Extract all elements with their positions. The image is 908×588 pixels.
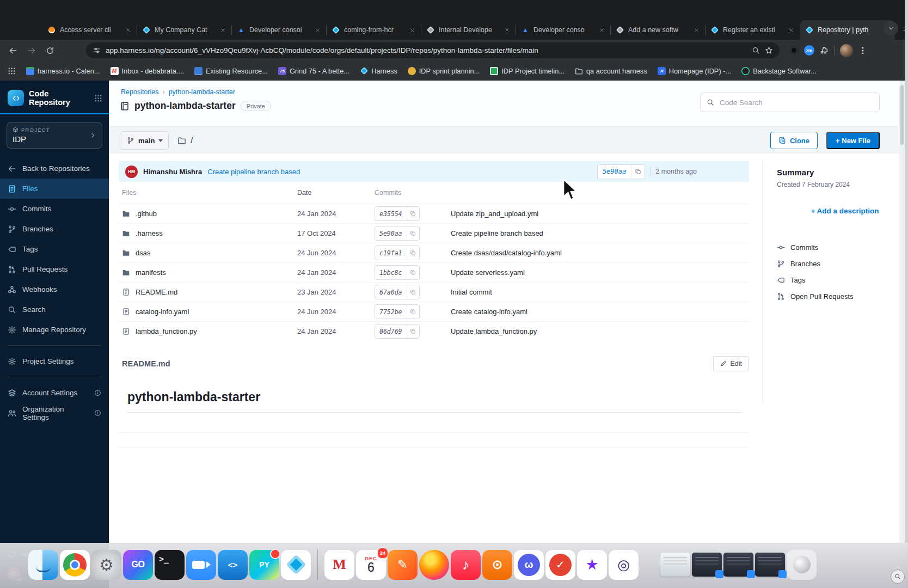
bookmark[interactable]: IDP Project timelin... (490, 67, 565, 75)
goland-dock-icon[interactable]: GO (123, 550, 153, 580)
bookmark[interactable]: Harness (360, 67, 397, 75)
profile-avatar[interactable] (840, 44, 853, 57)
browser-tab[interactable]: coming-from-hcr (327, 20, 421, 40)
forward-button[interactable] (24, 43, 39, 58)
sidebar-item-manage-repository[interactable]: Manage Repository (0, 320, 109, 340)
tab-close-icon[interactable] (124, 26, 132, 34)
browser-tab[interactable]: Add a new softw (611, 20, 705, 40)
terminal-dock-icon[interactable]: >_ (155, 550, 185, 580)
bookmark[interactable]: Existing Resource... (194, 67, 268, 75)
browser-tab[interactable]: My Company Cat (137, 20, 232, 40)
tab-close-icon[interactable] (408, 26, 416, 34)
apps-grid-icon[interactable] (8, 67, 16, 75)
zoom-extension-icon[interactable]: zm (804, 45, 814, 56)
breadcrumb-current[interactable]: python-lambda-starter (169, 88, 235, 96)
calendar-dock-icon[interactable]: DEC 6 24 (356, 550, 386, 580)
commit-hash-chip[interactable]: 1bbc8c (375, 265, 420, 280)
copy-icon[interactable] (407, 266, 419, 279)
zoom-dock-icon[interactable] (186, 550, 216, 580)
commit-hash-chip[interactable]: 67a0da (375, 285, 420, 299)
commit-hash-chip[interactable]: 06d769 (375, 324, 420, 339)
browser-menu-icon[interactable] (858, 46, 867, 55)
table-row[interactable]: catalog-info.yaml 24 Jun 2024 7752be Cre… (119, 302, 749, 322)
bookmark[interactable]: MInbox - debabrata.... (111, 67, 185, 75)
sidebar-item-pull-requests[interactable]: Pull Requests (0, 259, 109, 279)
tab-close-icon[interactable] (787, 26, 795, 34)
edit-button[interactable]: Edit (713, 356, 749, 371)
minimized-window-thumbnail[interactable] (755, 553, 785, 577)
address-bar[interactable]: app.harness.io/ng/account/6_vVHzo9Qeu9fX… (86, 42, 780, 58)
browser-tab[interactable]: Internal Develope (421, 20, 516, 40)
info-icon[interactable] (94, 409, 101, 416)
copy-icon[interactable] (631, 165, 645, 179)
summary-stat-open-pull-requests[interactable]: Open Pull Requests 1 (777, 288, 908, 304)
chrome-dock-icon[interactable] (60, 550, 90, 580)
project-selector[interactable]: PROJECT IDP (7, 122, 102, 149)
browser-tab[interactable]: Register an existi (705, 20, 800, 40)
sidebar-item-tags[interactable]: Tags (0, 239, 109, 259)
branch-selector[interactable]: main (121, 131, 169, 150)
commit-hash-chip[interactable]: 5e90aa (375, 226, 420, 241)
system-settings-dock-icon[interactable]: ⚙ (91, 550, 121, 580)
trash-dock-icon[interactable] (787, 550, 817, 580)
red-m-app-dock-icon[interactable]: M (324, 550, 354, 580)
summary-stat-tags[interactable]: Tags 0 (777, 272, 908, 288)
url-text[interactable]: app.harness.io/ng/account/6_vVHzo9Qeu9fX… (106, 46, 747, 54)
table-row[interactable]: .harness 17 Oct 2024 5e90aa Create pipel… (119, 224, 749, 243)
apple-music-dock-icon[interactable]: ♪ (451, 550, 481, 580)
harness-dock-icon[interactable] (281, 550, 311, 580)
zoom-page-icon[interactable] (752, 46, 760, 54)
finder-dock-icon[interactable] (28, 550, 58, 580)
pycharm-dock-icon[interactable]: PY (249, 550, 279, 580)
bookmark-folder[interactable]: qa account harness (575, 67, 647, 75)
bookmark[interactable]: IDP sprint plannin... (408, 67, 480, 75)
browser-tab[interactable]: Access server cli (42, 20, 137, 40)
copy-icon[interactable] (407, 207, 419, 220)
tab-close-icon[interactable] (218, 26, 227, 34)
discord-dock-icon[interactable]: ω (514, 550, 544, 580)
commit-hash-chip[interactable]: 7752be (375, 304, 420, 319)
add-description-link[interactable]: + Add a description (777, 207, 908, 215)
code-search-input[interactable] (719, 98, 873, 107)
copy-icon[interactable] (407, 226, 419, 240)
browser-tab-active[interactable]: Repository | pyth (800, 20, 895, 40)
minimized-window-thumbnail[interactable] (692, 553, 722, 577)
star-app-dock-icon[interactable]: ★ (577, 550, 607, 580)
commit-hash-chip[interactable]: c19fa1 (375, 246, 420, 260)
breadcrumb-repositories[interactable]: Repositories (121, 88, 158, 96)
sidebar-back-to-repositories[interactable]: Back to Repositories (0, 158, 109, 179)
path-root[interactable]: / (191, 136, 193, 145)
browser-tab[interactable]: ▲ Developer conso (516, 20, 611, 40)
commit-hash-chip[interactable]: e35554 (375, 206, 420, 221)
vscode-dock-icon[interactable]: <> (218, 550, 248, 580)
minimized-window-thumbnail[interactable] (723, 553, 753, 577)
bookmark-star-icon[interactable] (765, 46, 773, 54)
tab-close-icon[interactable] (692, 26, 701, 34)
bookmark[interactable]: 75Grind 75 - A bette... (278, 67, 349, 75)
new-file-button[interactable]: + New File (826, 132, 880, 149)
site-info-icon[interactable] (93, 46, 101, 54)
info-icon[interactable] (94, 389, 101, 396)
tab-close-icon[interactable] (313, 26, 322, 34)
table-row[interactable]: README.md 23 Jan 2024 67a0da Initial com… (119, 283, 749, 302)
tab-list-chevron-icon[interactable] (884, 21, 898, 35)
clone-button[interactable]: Clone (770, 132, 818, 149)
extension-icon[interactable] (789, 46, 799, 55)
summary-stat-commits[interactable]: Commits 17 (777, 239, 908, 255)
sidebar-item-files[interactable]: Files (0, 179, 109, 199)
commit-message-link[interactable]: Create pipeline branch based (207, 168, 300, 176)
extensions-puzzle-icon[interactable] (820, 46, 829, 55)
sidebar-item-commits[interactable]: Commits (0, 199, 109, 219)
sidebar-item-branches[interactable]: Branches (0, 219, 109, 239)
bookmark[interactable]: harness.io - Calen... (26, 67, 100, 75)
back-button[interactable] (5, 43, 21, 58)
pen-app-dock-icon[interactable]: ✎ (388, 550, 418, 580)
table-row[interactable]: lambda_function.py 24 Jan 2024 06d769 Up… (119, 322, 749, 341)
reload-button[interactable] (42, 43, 58, 58)
copy-icon[interactable] (407, 246, 419, 260)
summary-stat-branches[interactable]: Branches 4 (777, 255, 908, 272)
sidebar-item-webhooks[interactable]: Webhooks (0, 279, 109, 299)
browser-tab[interactable]: ▲ Developer consol (232, 20, 327, 40)
sidebar-item-search[interactable]: Search (0, 299, 109, 320)
scrollbar[interactable] (899, 81, 905, 588)
